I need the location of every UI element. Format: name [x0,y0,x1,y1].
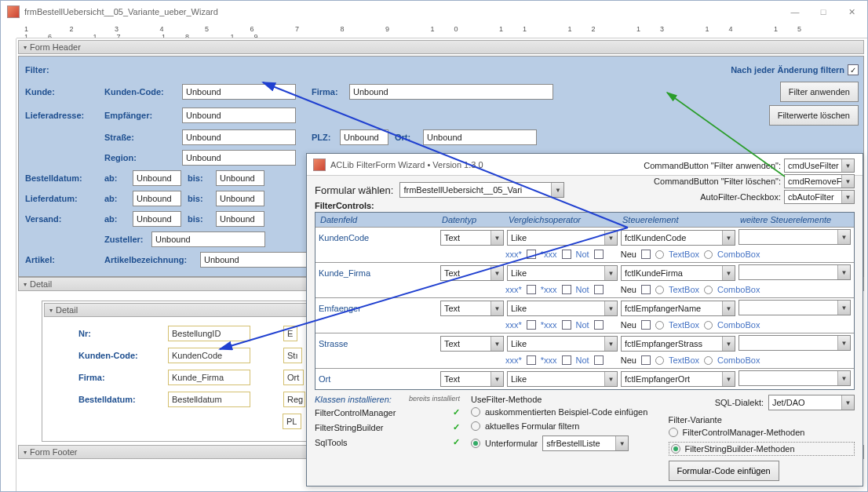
artikelbez-label: Artikelbezeichnung: [103,253,195,266]
combobox-radio[interactable] [704,321,713,330]
steuerelement-combo[interactable]: fctlEmpfangerOrt▼ [621,371,735,387]
operator-combo[interactable]: Like▼ [507,301,618,316]
cmd-removefilter-combo[interactable]: cmdRemoveFil▼ [784,174,855,188]
insert-code-button[interactable]: Formular-Code einfügen [669,461,779,481]
steuerelement-combo[interactable]: fctlEmpfangerStrass▼ [621,336,735,352]
unterformular-combo[interactable]: sfrBestellListe▼ [542,436,629,451]
steuerelement-combo[interactable]: fctlKundenCode▼ [621,230,735,246]
autofilter-combo[interactable]: cbAutoFilter▼ [784,190,855,204]
filter-label: Filter: [24,64,98,76]
not-check[interactable] [594,285,604,294]
strasse-field[interactable]: Unbound [182,129,296,145]
weitere-combo[interactable]: ▼ [739,370,851,386]
combobox-radio[interactable] [704,356,713,365]
textbox-radio[interactable] [655,356,664,365]
artikelbez-field[interactable]: Unbound [200,252,314,268]
steuerelement-combo[interactable]: fctlKundeFirma▼ [621,265,735,281]
region-field[interactable]: Unbound [182,150,296,166]
formular-waehlen-label: Formular wählen: [315,184,393,196]
check-icon: ✓ [453,422,460,432]
combobox-radio[interactable] [704,250,713,259]
ort-field[interactable]: Unbound [423,129,537,145]
neu-check[interactable] [641,250,651,259]
neu-check[interactable] [641,355,651,365]
form-icon [7,5,20,18]
clear-filter-button[interactable]: Filterwerte löschen [769,105,859,126]
datenfeld-input[interactable] [319,268,437,278]
textbox-radio[interactable] [655,321,664,330]
datentyp-combo[interactable]: Text▼ [440,336,504,352]
not-check[interactable] [594,355,604,365]
plz-label: PLZ: [310,131,335,144]
table-row: Text▼ Like▼ fctlKundeFirma▼ ▼ xxx* *xxx … [315,262,854,297]
table-row: Text▼ Like▼ fctlEmpfangerStrass▼ ▼ xxx* … [315,333,854,368]
klasse-item: SqlTools✓ [315,437,460,447]
firma-label: Firma: [310,86,345,98]
star-xxx-check[interactable] [562,320,571,330]
usefilter-opt2-radio[interactable] [471,421,480,431]
weitere-combo[interactable]: ▼ [739,264,851,280]
textbox-radio[interactable] [655,286,664,294]
datentyp-combo[interactable]: Text▼ [440,265,504,281]
neu-check[interactable] [641,320,651,330]
cmd-usefilter-combo[interactable]: cmdUseFilter▼ [784,159,855,173]
row-options: xxx* *xxx Not Neu TextBox ComboBox [315,248,854,262]
operator-combo[interactable]: Like▼ [507,265,618,281]
lieferadresse-label: Lieferadresse: [24,109,98,122]
operator-combo[interactable]: Like▼ [507,230,618,246]
main-title: frmBestellUebersicht__05_Variante_ueber_… [24,7,786,16]
formular-combo[interactable]: frmBestellUebersicht__05_Vari▼ [399,182,564,198]
empfaenger-field[interactable]: Unbound [182,108,296,123]
wizard-right-panel: CommandButton "Filter anwenden":cmdUseFi… [644,159,855,206]
steuerelement-combo[interactable]: fctlEmpfangerName▼ [621,301,735,316]
table-header: Datenfeld Datentyp Vergleichsoperator St… [315,213,854,227]
vertical-ruler [1,38,16,491]
xxx-star-check[interactable] [527,285,536,294]
weitere-combo[interactable]: ▼ [739,300,851,315]
section-form-header[interactable]: Form Header [18,40,864,54]
neu-check[interactable] [641,285,651,294]
datentyp-combo[interactable]: Text▼ [440,230,504,246]
xxx-star-check[interactable] [527,355,536,365]
plz-field[interactable]: Unbound [340,129,388,145]
artikel-label: Artikel: [24,253,98,266]
not-check[interactable] [594,250,604,259]
datenfeld-input[interactable] [319,374,437,384]
xxx-star-check[interactable] [527,320,536,330]
not-check[interactable] [594,320,604,330]
datenfeld-input[interactable] [319,304,437,313]
zusteller-field[interactable]: Unbound [151,231,265,247]
usefilter-opt3-radio[interactable] [471,439,480,448]
operator-combo[interactable]: Like▼ [507,336,618,352]
autofilter-checkbox[interactable]: ✓ [848,64,859,75]
textbox-radio[interactable] [655,250,664,259]
usefilter-opt1-radio[interactable] [471,407,480,417]
close-button[interactable]: ✕ [842,7,861,17]
kundencode-field[interactable]: Unbound [182,84,296,100]
zusteller-label: Zusteller: [103,233,147,246]
weitere-combo[interactable]: ▼ [739,229,851,245]
datenfeld-input[interactable] [319,339,437,348]
datenfeld-input[interactable] [319,233,437,242]
firma-field[interactable]: Unbound [349,84,553,100]
table-row: Text▼ Like▼ fctlKundenCode▼ ▼ xxx* *xxx … [315,227,854,262]
main-titlebar: frmBestellUebersicht__05_Variante_ueber_… [1,1,867,23]
sql-dialekt-combo[interactable]: Jet/DAO▼ [768,395,855,410]
maximize-button[interactable]: □ [814,7,833,17]
variant-opt2-radio[interactable] [671,444,680,454]
operator-combo[interactable]: Like▼ [507,371,618,387]
minimize-button[interactable]: — [786,7,804,17]
star-xxx-check[interactable] [562,285,571,294]
check-icon: ✓ [453,407,460,417]
region-label: Region: [103,151,177,164]
datentyp-combo[interactable]: Text▼ [440,301,504,316]
combobox-radio[interactable] [704,286,713,294]
star-xxx-check[interactable] [562,355,571,365]
star-xxx-check[interactable] [562,250,571,259]
variant-opt1-radio[interactable] [669,428,678,437]
apply-filter-button[interactable]: Filter anwenden [780,82,859,102]
xxx-star-check[interactable] [527,250,536,259]
datentyp-combo[interactable]: Text▼ [440,371,504,387]
weitere-combo[interactable]: ▼ [739,335,851,351]
horizontal-ruler [16,23,867,38]
